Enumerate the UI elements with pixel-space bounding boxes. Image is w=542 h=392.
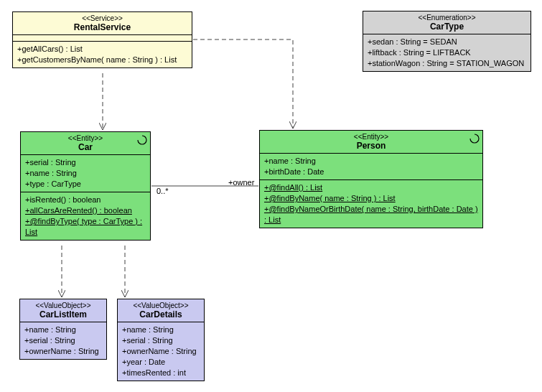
- attribute: +timesRented : int: [122, 368, 200, 378]
- operation: +@findByType( type : CarType ) : List: [25, 216, 146, 238]
- attribute: +type : CarType: [25, 179, 146, 190]
- operation: +allCarsAreRented() : boolean: [25, 205, 146, 216]
- attributes-section: [13, 35, 192, 42]
- class-car-list-item[interactable]: <<ValueObject>> CarListItem +name : Stri…: [19, 299, 107, 360]
- class-title: Person: [264, 141, 478, 151]
- class-car[interactable]: <<Entity>> Car +serial : String +name : …: [20, 131, 151, 241]
- class-person[interactable]: <<Entity>> Person +name : String +birthD…: [259, 130, 483, 228]
- attribute: +name : String: [122, 325, 200, 335]
- items-section: +sedan : String = SEDAN +liftback : Stri…: [363, 34, 531, 71]
- operations-section: +getAllCars() : List +getCustomersByName…: [13, 42, 192, 67]
- class-title: CarType: [368, 22, 526, 32]
- class-title: RentalService: [17, 22, 187, 32]
- class-title: CarListItem: [24, 309, 102, 319]
- attribute: +serial : String: [122, 335, 200, 346]
- operation: +getCustomersByName( name : String ) : L…: [17, 55, 187, 65]
- stereotype: <<ValueObject>>: [24, 302, 102, 309]
- class-car-details[interactable]: <<ValueObject>> CarDetails +name : Strin…: [117, 299, 205, 381]
- operation: +@findAll() : List: [264, 182, 478, 193]
- operation: +@findByName( name : String ) : List: [264, 193, 478, 204]
- stereotype: <<ValueObject>>: [122, 302, 200, 309]
- attribute: +name : String: [264, 156, 478, 167]
- attribute: +year : Date: [122, 357, 200, 368]
- operations-section: +@findAll() : List +@findByName( name : …: [260, 180, 482, 228]
- class-title: Car: [25, 142, 146, 152]
- attribute: +serial : String: [24, 335, 102, 346]
- stereotype: <<Service>>: [17, 14, 187, 22]
- attribute: +serial : String: [25, 157, 146, 168]
- operations-section: +isRented() : boolean +allCarsAreRented(…: [21, 192, 150, 240]
- attribute: +name : String: [24, 325, 102, 335]
- attribute: +name : String: [25, 168, 146, 179]
- entity-icon: [137, 135, 147, 145]
- header: <<Entity>> Car: [21, 132, 150, 155]
- header: <<ValueObject>> CarListItem: [20, 299, 106, 322]
- attributes-section: +serial : String +name : String +type : …: [21, 155, 150, 192]
- enum-item: +liftback : String = LIFTBACK: [368, 47, 526, 58]
- attribute: +ownerName : String: [24, 346, 102, 357]
- class-title: CarDetails: [122, 309, 200, 319]
- attributes-section: +name : String +serial : String +ownerNa…: [20, 322, 106, 359]
- attributes-section: +name : String +birthDate : Date: [260, 154, 482, 180]
- stereotype: <<Enumeration>>: [368, 14, 526, 22]
- enum-item: +sedan : String = SEDAN: [368, 37, 526, 47]
- attribute: +birthDate : Date: [264, 167, 478, 177]
- attribute: +ownerName : String: [122, 346, 200, 357]
- enum-car-type[interactable]: <<Enumeration>> CarType +sedan : String …: [363, 11, 531, 72]
- operation: +@findByNameOrBirthDate( name : String, …: [264, 204, 478, 225]
- operation: +getAllCars() : List: [17, 44, 187, 55]
- role-label: +owner: [228, 178, 254, 187]
- stereotype: <<Entity>>: [25, 134, 146, 142]
- stereotype: <<Entity>>: [264, 133, 478, 141]
- entity-icon: [469, 134, 480, 144]
- header: <<Enumeration>> CarType: [363, 11, 531, 34]
- attributes-section: +name : String +serial : String +ownerNa…: [118, 322, 204, 381]
- operation: +isRented() : boolean: [25, 195, 146, 205]
- class-rental-service[interactable]: <<Service>> RentalService +getAllCars() …: [12, 11, 192, 68]
- enum-item: +stationWagon : String = STATION_WAGON: [368, 58, 526, 69]
- multiplicity-label: 0..*: [156, 187, 169, 195]
- header: <<Service>> RentalService: [13, 12, 192, 35]
- header: <<ValueObject>> CarDetails: [118, 299, 204, 322]
- header: <<Entity>> Person: [260, 131, 482, 154]
